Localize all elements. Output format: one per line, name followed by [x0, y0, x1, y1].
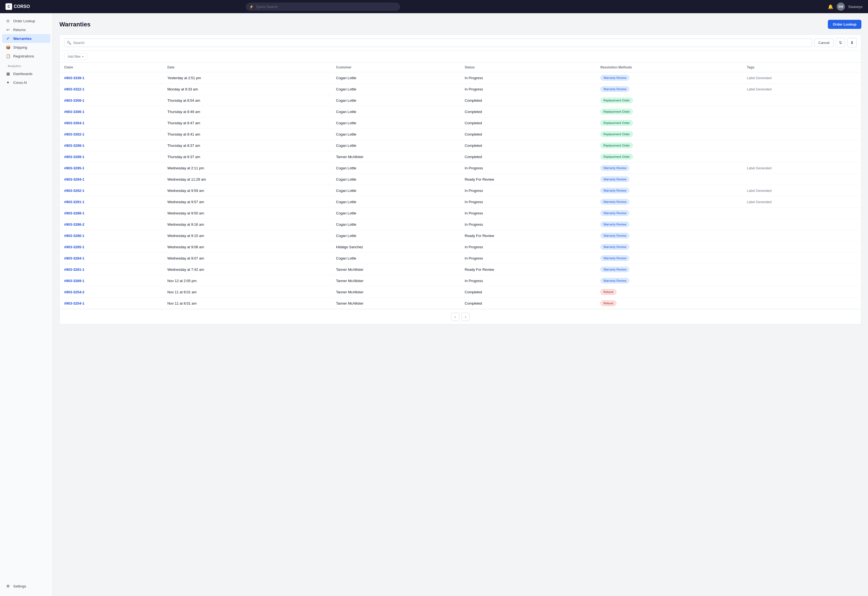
table-row[interactable]: #903-3308-1Thursday at 8:54 amCogan Lott…	[60, 95, 861, 106]
sidebar-item-returns[interactable]: ↩ Returns	[2, 25, 50, 34]
claim-id: #903-3292-1	[60, 185, 163, 196]
claim-resolution: Warranty Review	[596, 185, 743, 196]
claim-tags	[743, 95, 861, 106]
table-search-input[interactable]	[64, 38, 812, 47]
pagination-next-button[interactable]: ›	[462, 313, 470, 321]
table-row[interactable]: #903-3286-1Wednesday at 9:15 amCogan Lot…	[60, 230, 861, 241]
claim-resolution: Warranty Review	[596, 72, 743, 84]
claim-customer: Cogan Lottle	[332, 84, 461, 95]
sidebar-item-order-lookup[interactable]: ⊙ Order Lookup	[2, 16, 50, 25]
claim-customer: Tanner McAllister	[332, 275, 461, 286]
pagination-prev-button[interactable]: ‹	[451, 313, 459, 321]
claim-date: Wednesday at 9:15 am	[163, 230, 332, 241]
claim-resolution: Refund	[596, 286, 743, 298]
global-search-input[interactable]	[246, 3, 400, 11]
claim-status: In Progress	[461, 84, 596, 95]
claim-date: Monday at 9:33 am	[163, 84, 332, 95]
col-claim: Claim	[60, 63, 163, 72]
claim-date: Thursday at 8:49 am	[163, 106, 332, 117]
claim-status: Completed	[461, 298, 596, 309]
returns-icon: ↩	[6, 28, 10, 32]
app-logo: C CORSO	[6, 3, 30, 10]
claim-date: Nov 11 at 8:01 am	[163, 286, 332, 298]
sidebar-item-settings[interactable]: ⚙ Settings	[2, 582, 50, 590]
claim-resolution: Warranty Review	[596, 264, 743, 275]
table-row[interactable]: #903-3254-1Nov 11 at 8:01 amTanner McAll…	[60, 298, 861, 309]
resolution-badge: Warranty Review	[601, 267, 629, 272]
table-row[interactable]: #903-3254-2Nov 11 at 8:01 amTanner McAll…	[60, 286, 861, 298]
claim-resolution: Warranty Review	[596, 219, 743, 230]
claim-id: #903-3306-1	[60, 106, 163, 117]
content-header: Warranties Order Lookup	[59, 20, 861, 29]
resolution-badge: Warranty Review	[601, 233, 629, 238]
order-lookup-button[interactable]: Order Lookup	[828, 20, 861, 29]
claim-id: #903-3339-1	[60, 72, 163, 84]
claim-customer: Cogan Lottle	[332, 140, 461, 151]
claim-date: Nov 11 at 8:01 am	[163, 298, 332, 309]
resolution-badge: Replacement Order	[601, 97, 633, 103]
claim-id: #903-3294-1	[60, 174, 163, 185]
claim-tags	[743, 208, 861, 219]
table-row[interactable]: #903-3285-1Wednesday at 9:08 amHidalgo S…	[60, 241, 861, 253]
add-filter-button[interactable]: Add filter +	[64, 53, 87, 60]
sidebar-item-label: Returns	[13, 28, 26, 32]
claim-date: Yesterday at 2:51 pm	[163, 72, 332, 84]
table-row[interactable]: #903-3302-1Thursday at 8:41 amCogan Lott…	[60, 129, 861, 140]
table-row[interactable]: #903-3292-1Wednesday at 9:59 amCogan Lot…	[60, 185, 861, 196]
download-button[interactable]: ⬇	[847, 38, 857, 47]
resolution-badge: Warranty Review	[601, 75, 629, 81]
claim-resolution: Warranty Review	[596, 230, 743, 241]
tag-label: Label Generated	[747, 166, 772, 170]
avatar[interactable]: SW	[837, 3, 845, 11]
claim-customer: Cogan Lottle	[332, 230, 461, 241]
table-row[interactable]: #903-3322-1Monday at 9:33 amCogan Lottle…	[60, 84, 861, 95]
analytics-section-label: Analytics	[2, 61, 50, 69]
table-row[interactable]: #903-3339-1Yesterday at 2:51 pmCogan Lot…	[60, 72, 861, 84]
table-row[interactable]: #903-3286-2Wednesday at 9:16 amCogan Lot…	[60, 219, 861, 230]
claim-tags	[743, 230, 861, 241]
claim-tags	[743, 117, 861, 129]
claim-resolution: Replacement Order	[596, 129, 743, 140]
claim-customer: Cogan Lottle	[332, 196, 461, 208]
claim-status: Completed	[461, 129, 596, 140]
sidebar-item-dashboards[interactable]: ▦ Dashboards	[2, 69, 50, 78]
cancel-button[interactable]: Cancel	[814, 38, 834, 47]
sidebar-item-warranties[interactable]: ✓ Warranties	[2, 34, 50, 43]
sidebar-item-registrations[interactable]: 📋 Registrations	[2, 52, 50, 60]
sidebar-item-corso-ai[interactable]: ✦ Corso AI	[2, 78, 50, 87]
col-tags: Tags	[743, 63, 861, 72]
table-row[interactable]: #903-3269-1Nov 12 at 2:05 pmTanner McAll…	[60, 275, 861, 286]
table-search-icon: 🔍	[67, 41, 71, 45]
sidebar-item-label: Registrations	[13, 54, 34, 58]
claim-id: #903-3254-2	[60, 286, 163, 298]
claim-tags	[743, 129, 861, 140]
sidebar-item-label: Dashboards	[13, 72, 32, 76]
table-row[interactable]: #903-3284-1Wednesday at 9:07 amCogan Lot…	[60, 253, 861, 264]
claim-date: Wednesday at 9:07 am	[163, 253, 332, 264]
notification-bell-icon[interactable]: 🔔	[828, 4, 833, 9]
order-lookup-icon: ⊙	[6, 19, 10, 23]
claim-resolution: Replacement Order	[596, 117, 743, 129]
table-row[interactable]: #903-3299-1Thursday at 8:37 amTanner McA…	[60, 151, 861, 162]
table-row[interactable]: #903-3304-1Thursday at 8:47 amCogan Lott…	[60, 117, 861, 129]
main-content: Warranties Order Lookup 🔍 Cancel ⇅ ⬇ Add…	[53, 13, 868, 596]
claim-resolution: Replacement Order	[596, 140, 743, 151]
warranties-icon: ✓	[6, 36, 10, 41]
claim-status: Ready For Review	[461, 264, 596, 275]
sidebar-nav: ⊙ Order Lookup ↩ Returns ✓ Warranties 📦 …	[0, 16, 53, 87]
table-header: ClaimDateCustomerStatusResolution Method…	[60, 63, 861, 72]
table-row[interactable]: #903-3294-1Wednesday at 11:29 amCogan Lo…	[60, 174, 861, 185]
resolution-badge: Warranty Review	[601, 221, 629, 227]
sidebar-item-shipping[interactable]: 📦 Shipping	[2, 43, 50, 52]
settings-label: Settings	[13, 584, 26, 588]
sort-button[interactable]: ⇅	[836, 38, 845, 47]
claim-status: In Progress	[461, 253, 596, 264]
claim-status: In Progress	[461, 241, 596, 253]
claim-tags: Label Generated	[743, 84, 861, 95]
table-row[interactable]: #903-3291-1Wednesday at 9:57 amCogan Lot…	[60, 196, 861, 208]
table-row[interactable]: #903-3288-1Wednesday at 9:50 amCogan Lot…	[60, 208, 861, 219]
table-row[interactable]: #903-3298-1Thursday at 8:37 amCogan Lott…	[60, 140, 861, 151]
table-row[interactable]: #903-3306-1Thursday at 8:49 amCogan Lott…	[60, 106, 861, 117]
table-row[interactable]: #903-3281-1Wednesday at 7:42 amTanner Mc…	[60, 264, 861, 275]
table-row[interactable]: #903-3295-1Wednesday at 2:11 pmCogan Lot…	[60, 162, 861, 174]
